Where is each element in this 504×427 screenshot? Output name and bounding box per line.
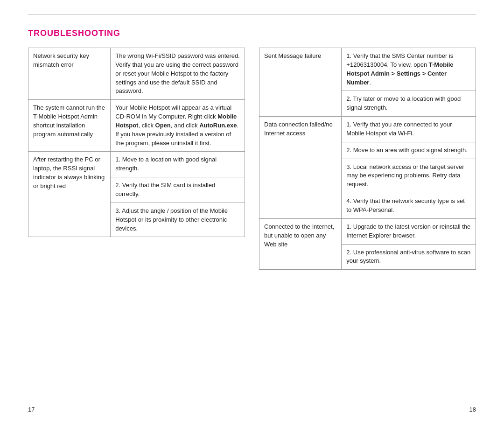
solution-cell: 1. Verify that the SMS Center number is …: [342, 48, 476, 91]
issue-cell: Network security key mismatch error: [28, 48, 111, 100]
page-number-left: 17: [28, 406, 35, 413]
page-title: TROUBLESHOOTING: [28, 28, 476, 38]
solution-cell: 3. Adjust the angle / position of the Mo…: [111, 203, 245, 237]
solution-cell: 2. Use professional anti-virus software …: [342, 244, 476, 270]
solution-cell: 1. Upgrade to the latest version or rein…: [342, 218, 476, 244]
issue-cell: The system cannot run the T-Mobile Hotsp…: [28, 100, 111, 152]
issue-cell: After restarting the PC or laptop, the R…: [28, 152, 111, 237]
solution-cell: 2. Try later or move to a location with …: [342, 91, 476, 117]
right-table: Sent Message failure 1. Verify that the …: [259, 48, 476, 270]
issue-cell: Sent Message failure: [259, 48, 342, 117]
left-table: Network security key mismatch error The …: [28, 48, 245, 237]
issue-cell: Data connection failed/no Internet acces…: [259, 117, 342, 219]
solution-cell: 2. Verify that the SIM card is installed…: [111, 177, 245, 203]
solution-cell: 2. Move to an area with good signal stre…: [342, 142, 476, 159]
page-number-right: 18: [469, 406, 476, 413]
table-row: The system cannot run the T-Mobile Hotsp…: [28, 100, 245, 152]
table-row: Data connection failed/no Internet acces…: [259, 117, 476, 142]
solution-cell: 4. Verify that the network security type…: [342, 193, 476, 219]
solution-cell: Your Mobile Hotspot will appear as a vir…: [111, 100, 245, 152]
content-grid: Network security key mismatch error The …: [28, 48, 476, 270]
table-row: After restarting the PC or laptop, the R…: [28, 152, 245, 177]
solution-cell: The wrong Wi-Fi/SSID password was entere…: [111, 48, 245, 100]
issue-cell: Connected to the Internet, but unable to…: [259, 218, 342, 269]
table-row: Network security key mismatch error The …: [28, 48, 245, 100]
solution-cell: 1. Move to a location with good signal s…: [111, 152, 245, 177]
solution-cell: 3. Local network access or the target se…: [342, 159, 476, 193]
page-container: TROUBLESHOOTING Network security key mis…: [0, 0, 504, 427]
table-row: Sent Message failure 1. Verify that the …: [259, 48, 476, 91]
page-numbers: 17 18: [0, 406, 504, 413]
top-rule: [28, 14, 476, 14]
solution-cell: 1. Verify that you are connected to your…: [342, 117, 476, 142]
table-row: Connected to the Internet, but unable to…: [259, 218, 476, 244]
